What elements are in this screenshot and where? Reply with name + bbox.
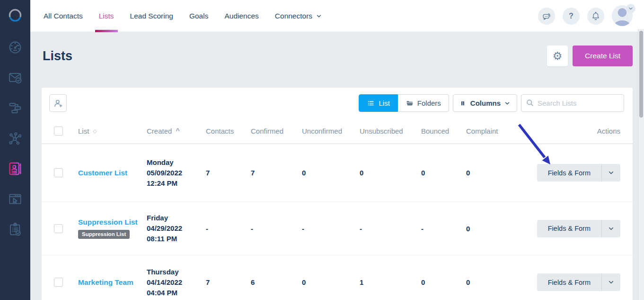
chat-icon[interactable] [538, 8, 555, 25]
table-row: Marketing Team Thursday 04/14/2022 04:04… [42, 255, 633, 300]
list-toggle-label: List [379, 99, 389, 107]
help-icon[interactable]: ? [563, 8, 580, 25]
created-cell: Thursday 04/14/2022 04:04 PM [147, 267, 206, 298]
table-row: Customer List Monday 05/09/2022 12:24 PM… [42, 144, 633, 202]
toolbar-controls: List Folders Columns [359, 94, 624, 112]
column-header-unsubscribed: Unsubscribed [360, 127, 421, 135]
column-header-list[interactable]: List◇ [78, 127, 147, 135]
sidebar-automation-icon[interactable] [6, 99, 25, 118]
columns-label: Columns [470, 99, 501, 107]
suppression-list-badge: Suppression List [78, 230, 130, 239]
chevron-down-icon [504, 100, 511, 107]
nav-goals[interactable]: Goals [188, 0, 210, 32]
complaint-cell: 0 [466, 278, 518, 286]
list-view-icon [367, 99, 375, 108]
search-lists-input[interactable] [521, 94, 624, 112]
row-actions-dropdown-icon[interactable] [601, 220, 620, 237]
confirmed-cell: 6 [251, 278, 302, 286]
view-toggle: List Folders [359, 94, 449, 112]
row-action-group: Fields & Form [537, 220, 620, 237]
columns-button[interactable]: Columns [453, 94, 517, 112]
columns-icon [459, 100, 467, 107]
lists-toolbar: List Folders Columns [42, 88, 633, 118]
nav-audiences[interactable]: Audiences [223, 0, 259, 32]
complaint-cell: 0 [466, 225, 518, 233]
list-name-link[interactable]: Marketing Team [78, 278, 133, 286]
user-avatar-area [612, 5, 634, 27]
sidebar-surveys-icon[interactable] [6, 220, 25, 239]
sort-icon[interactable]: ◇ [93, 128, 97, 134]
unconfirmed-cell: 0 [302, 169, 360, 177]
list-name-link[interactable]: Customer List [78, 169, 127, 177]
page-title: Lists [43, 49, 72, 64]
nav-lists[interactable]: Lists [98, 0, 115, 32]
sidebar-dashboard-icon[interactable] [6, 38, 25, 57]
created-cell: Monday 05/09/2022 12:24 PM [147, 157, 206, 189]
list-view-toggle[interactable]: List [359, 94, 397, 112]
header-label: Bounced [421, 127, 449, 135]
created-cell: Friday 04/29/2022 08:11 PM [147, 213, 206, 244]
question-mark-glyph: ? [569, 12, 573, 20]
fields-and-form-button[interactable]: Fields & Form [537, 164, 601, 182]
nav-lead-scoring[interactable]: Lead Scoring [129, 0, 174, 32]
confirmed-cell: 7 [251, 169, 302, 177]
header-label: Complaint [466, 127, 498, 135]
header-label: Actions [597, 127, 620, 135]
nav-connectors[interactable]: Connectors [274, 0, 323, 32]
sidebar-landing-pages-icon[interactable] [6, 190, 25, 209]
row-checkbox[interactable] [54, 278, 63, 287]
column-header-confirmed: Confirmed [251, 127, 302, 135]
sidebar [0, 0, 30, 300]
chevron-down-icon [316, 13, 322, 19]
sidebar-integrations-icon[interactable] [6, 129, 25, 148]
folders-view-toggle[interactable]: Folders [398, 94, 449, 112]
row-actions-dropdown-icon[interactable] [601, 164, 620, 182]
complaint-cell: 0 [466, 169, 518, 177]
bounced-cell: - [421, 225, 466, 233]
scrollbar-thumb[interactable] [639, 31, 643, 118]
unsubscribed-cell: 0 [360, 169, 421, 177]
contacts-cell: 7 [206, 169, 251, 177]
bounced-cell: 0 [421, 278, 466, 286]
confirmed-cell: - [251, 225, 302, 233]
create-list-button[interactable]: Create List [573, 45, 633, 66]
header-label: Confirmed [251, 127, 283, 135]
fields-and-form-button[interactable]: Fields & Form [537, 273, 601, 291]
list-name-link[interactable]: Suppression List [78, 218, 138, 226]
row-checkbox[interactable] [54, 224, 63, 233]
lists-card: List Folders Columns [42, 88, 633, 300]
search-lists-container [521, 94, 624, 112]
contacts-cell: - [206, 225, 251, 233]
nav-label: Connectors [275, 12, 312, 20]
unsubscribed-cell: 1 [360, 278, 421, 286]
sidebar-email-icon[interactable] [6, 68, 25, 87]
fields-and-form-button[interactable]: Fields & Form [537, 220, 601, 237]
row-checkbox[interactable] [54, 168, 63, 177]
nav-label: Audiences [224, 12, 258, 20]
gear-glyph: ⚙ [553, 50, 563, 63]
unconfirmed-cell: - [302, 225, 360, 233]
column-header-unconfirmed: Unconfirmed [302, 127, 360, 135]
nav-label: All Contacts [44, 12, 83, 20]
settings-gear-icon[interactable]: ⚙ [547, 45, 568, 66]
folders-toggle-label: Folders [417, 99, 441, 107]
vertical-scrollbar [638, 29, 644, 300]
select-all-checkbox[interactable] [54, 127, 63, 136]
sort-ascending-icon[interactable]: ^ [176, 129, 179, 133]
column-header-bounced: Bounced [421, 127, 466, 135]
table-row: Suppression List Suppression List Friday… [42, 202, 633, 255]
contacts-cell: 7 [206, 278, 251, 286]
nav-all-contacts[interactable]: All Contacts [43, 0, 84, 32]
sidebar-contacts-icon-active[interactable] [6, 159, 25, 178]
nav-label: Lists [99, 12, 114, 20]
unconfirmed-cell: 0 [302, 278, 360, 286]
page-header-actions: ⚙ Create List [547, 45, 633, 66]
app-logo-icon[interactable] [4, 4, 26, 27]
notifications-bell-icon[interactable] [587, 8, 604, 25]
row-actions-dropdown-icon[interactable] [601, 273, 620, 291]
header-label: List [78, 127, 89, 135]
folder-icon [406, 99, 414, 108]
add-contact-icon[interactable] [49, 94, 67, 112]
column-header-created[interactable]: Created^ [147, 127, 206, 135]
avatar-dropdown-icon[interactable] [626, 4, 635, 13]
